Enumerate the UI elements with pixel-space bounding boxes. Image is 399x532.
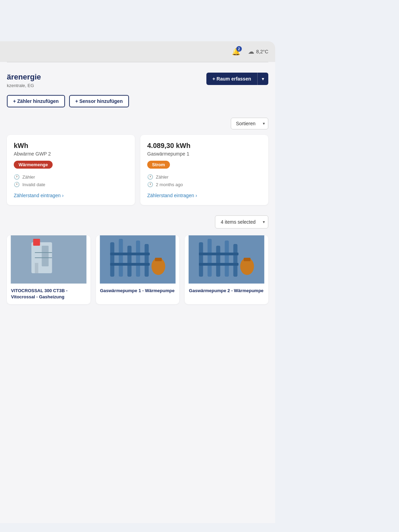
clock-icon-2: 🕐	[147, 174, 153, 180]
secondary-buttons: + Zähler hinzufügen + Sensor hinzufügen	[7, 95, 268, 107]
meter-name-1: Abwärme GWP 2	[14, 151, 128, 157]
meter-date-row-1: 🕐 Invalid date	[14, 182, 128, 187]
equipment-info-1: VITOCROSSAL 300 CT3B - Vitocrossal - Gas…	[7, 284, 90, 304]
notification-button[interactable]: 🔔 2	[230, 45, 242, 58]
sort-select[interactable]: Sortieren	[231, 118, 268, 129]
add-sensor-label: + Sensor hinzufügen	[75, 98, 123, 104]
equipment-title-2: Gaswärmepumpe 1 - Wärmepumpe	[100, 288, 175, 294]
items-selected-dropdown[interactable]: 4 items selected	[215, 215, 268, 228]
sort-wrapper: Sortieren ▾	[231, 118, 268, 129]
equipment-title-3: Gaswärmepumpe 2 - Wärmepumpe	[189, 288, 264, 294]
svg-rect-3	[35, 263, 38, 273]
page-content: ärenergie kzentrale, EG + Raum erfassen …	[0, 62, 275, 311]
temperature-text: 8,2°C	[256, 49, 268, 54]
equipment-card-2: Gaswärmepumpe 1 - Wärmepumpe	[96, 235, 180, 304]
weather-display: ☁ 8,2°C	[248, 48, 268, 55]
clock-icon-date-2: 🕐	[147, 182, 153, 187]
notification-badge: 2	[236, 46, 242, 52]
svg-rect-8	[110, 242, 114, 277]
meter-date-1: Invalid date	[22, 182, 45, 187]
equipment-image-1	[7, 235, 90, 284]
meter-link-label-1: Zählerstand eintragen	[14, 193, 61, 198]
clock-icon-date-1: 🕐	[14, 182, 20, 187]
cloud-icon: ☁	[248, 48, 254, 55]
items-selected-row: 4 items selected ▾	[7, 215, 268, 228]
meter-name-2: Gaswärmepumpe 1	[147, 151, 261, 157]
meter-type-row-1: 🕐 Zähler	[14, 174, 128, 180]
svg-rect-22	[234, 244, 238, 277]
add-sensor-button[interactable]: + Sensor hinzufügen	[69, 95, 129, 107]
svg-rect-10	[127, 246, 131, 277]
equipment-info-3: Gaswärmepumpe 2 - Wärmepumpe	[185, 284, 268, 298]
meter-type-1: Zähler	[22, 174, 35, 180]
svg-rect-20	[216, 246, 220, 277]
title-row: ärenergie kzentrale, EG + Raum erfassen …	[7, 73, 268, 88]
meter-badge-2: Strom	[147, 161, 170, 169]
equipment-card-3: Gaswärmepumpe 2 - Wärmepumpe	[185, 235, 268, 304]
svg-rect-13	[110, 253, 150, 255]
svg-rect-11	[136, 241, 140, 277]
title-block: ärenergie kzentrale, EG	[7, 73, 41, 88]
items-selected-label: 4 items selected	[221, 219, 256, 225]
add-room-dropdown-button[interactable]: ▾	[257, 73, 268, 85]
chevron-right-icon-1: ›	[62, 193, 64, 198]
meter-cards-grid: kWh Abwärme GWP 2 Wärmemenge 🕐 Zähler 🕐 …	[7, 135, 268, 205]
meter-date-2: 2 months ago	[156, 182, 183, 187]
meter-type-row-2: 🕐 Zähler	[147, 174, 261, 180]
meter-card-2: 4.089,30 kWh Gaswärmepumpe 1 Strom 🕐 Zäh…	[140, 135, 268, 205]
equipment-card-1: VITOCROSSAL 300 CT3B - Vitocrossal - Gas…	[7, 235, 90, 304]
meter-meta-1: 🕐 Zähler 🕐 Invalid date	[14, 174, 128, 187]
page-subtitle: kzentrale, EG	[7, 83, 41, 88]
add-room-group: + Raum erfassen ▾	[206, 73, 268, 85]
meter-value-1: kWh	[14, 142, 128, 150]
meter-type-2: Zähler	[156, 174, 169, 180]
svg-rect-2	[33, 239, 40, 246]
page-title: ärenergie	[7, 73, 41, 82]
svg-rect-12	[144, 244, 149, 277]
sort-row: Sortieren ▾	[7, 118, 268, 129]
svg-rect-9	[119, 239, 123, 277]
svg-rect-21	[225, 241, 229, 277]
meter-link-2[interactable]: Zählerstand eintragen ›	[147, 193, 261, 198]
clock-icon-1: 🕐	[14, 174, 20, 180]
add-meter-button[interactable]: + Zähler hinzufügen	[7, 95, 65, 107]
meter-card-1: kWh Abwärme GWP 2 Wärmemenge 🕐 Zähler 🕐 …	[7, 135, 135, 205]
svg-rect-23	[199, 253, 239, 255]
meter-date-row-2: 🕐 2 months ago	[147, 182, 261, 187]
header-bar: 🔔 2 ☁ 8,2°C	[0, 41, 275, 62]
main-panel: 🔔 2 ☁ 8,2°C ärenergie kzentrale, EG + Ra…	[0, 41, 275, 523]
equipment-image-2	[96, 235, 180, 284]
svg-rect-24	[199, 263, 239, 266]
svg-rect-19	[208, 239, 212, 277]
equipment-grid: VITOCROSSAL 300 CT3B - Vitocrossal - Gas…	[7, 235, 268, 304]
add-meter-label: + Zähler hinzufügen	[13, 98, 59, 104]
svg-rect-4	[42, 246, 48, 266]
dropdown-chevron-icon: ▾	[262, 76, 264, 82]
meter-link-label-2: Zählerstand eintragen	[147, 193, 194, 198]
chevron-right-icon-2: ›	[195, 193, 197, 198]
items-selected-wrapper: 4 items selected ▾	[215, 215, 268, 228]
equipment-image-3	[185, 235, 268, 284]
meter-value-2: 4.089,30 kWh	[147, 142, 261, 150]
svg-rect-18	[199, 242, 203, 277]
svg-rect-26	[244, 258, 251, 261]
equipment-title-1: VITOCROSSAL 300 CT3B - Vitocrossal - Gas…	[11, 288, 86, 300]
svg-rect-14	[110, 263, 150, 266]
equipment-info-2: Gaswärmepumpe 1 - Wärmepumpe	[96, 284, 180, 298]
meter-meta-2: 🕐 Zähler 🕐 2 months ago	[147, 174, 261, 187]
meter-badge-1: Wärmemenge	[14, 161, 53, 169]
meter-link-1[interactable]: Zählerstand eintragen ›	[14, 193, 128, 198]
svg-rect-16	[155, 258, 162, 261]
add-room-button[interactable]: + Raum erfassen	[206, 73, 257, 85]
